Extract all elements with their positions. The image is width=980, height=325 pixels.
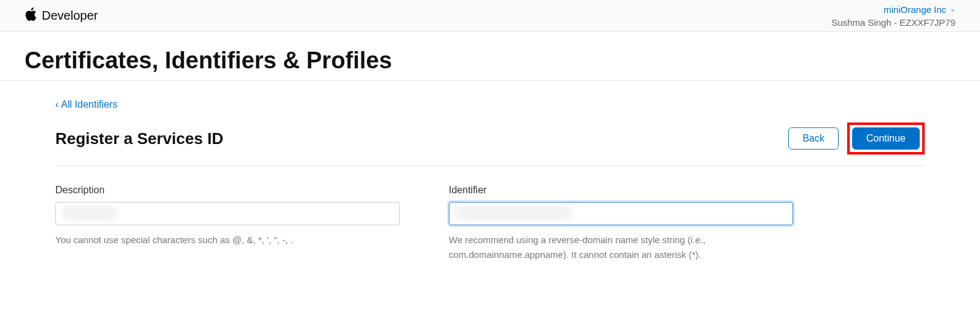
description-column: Description You cannot use special chara… (55, 185, 400, 262)
chevron-left-icon: ‹ (55, 99, 58, 110)
continue-button[interactable]: Continue (852, 127, 920, 150)
redacted-overlay (455, 206, 572, 220)
org-switcher[interactable]: miniOrange Inc ⌄ (831, 3, 955, 16)
form-row: Description You cannot use special chara… (55, 185, 925, 262)
action-buttons: Back Continue (788, 122, 925, 154)
main-content: ‹ All Identifiers Register a Services ID… (0, 81, 980, 262)
chevron-down-icon: ⌄ (950, 4, 955, 14)
section-header: Register a Services ID Back Continue (55, 122, 925, 166)
section-title: Register a Services ID (55, 129, 223, 148)
identifier-column: Identifier We recommend using a reverse-… (449, 185, 793, 262)
top-bar: Developer miniOrange Inc ⌄ Sushma Singh … (0, 0, 980, 32)
description-label: Description (55, 185, 400, 196)
page-title-wrap: Certificates, Identifiers & Profiles (0, 32, 980, 81)
description-input-wrap (55, 202, 400, 225)
description-helper: You cannot use special characters such a… (55, 233, 400, 247)
back-link-label: All Identifiers (61, 99, 117, 110)
apple-logo-icon (25, 7, 37, 25)
brand-area[interactable]: Developer (25, 7, 98, 25)
identifier-helper: We recommend using a reverse-domain name… (449, 233, 793, 262)
continue-highlight: Continue (847, 122, 925, 154)
user-info: Sushma Singh - EZXXF7JP79 (831, 16, 955, 29)
identifier-input-wrap (449, 202, 793, 225)
identifier-label: Identifier (449, 185, 793, 196)
org-name: miniOrange Inc (883, 3, 946, 16)
account-area: miniOrange Inc ⌄ Sushma Singh - EZXXF7JP… (831, 3, 955, 29)
back-button[interactable]: Back (788, 127, 839, 150)
page-title: Certificates, Identifiers & Profiles (25, 47, 955, 74)
all-identifiers-link[interactable]: ‹ All Identifiers (55, 99, 117, 110)
brand-text: Developer (42, 9, 98, 23)
redacted-overlay (61, 206, 117, 220)
